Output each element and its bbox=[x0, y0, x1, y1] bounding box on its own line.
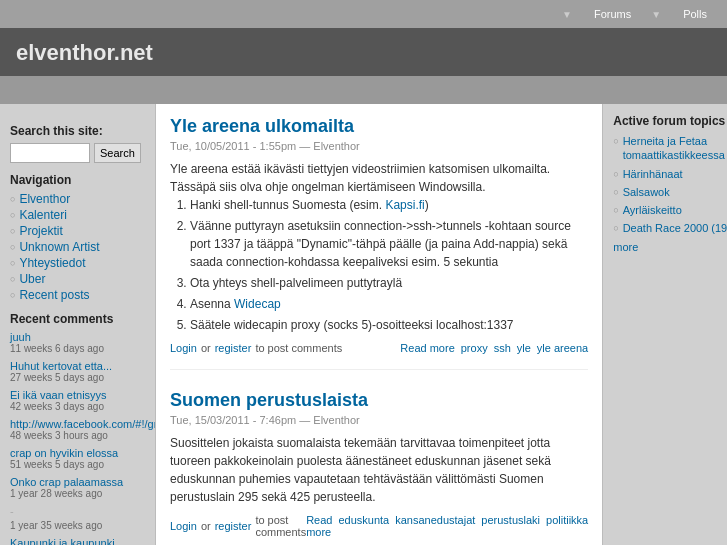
comment-author-link[interactable]: Huhut kertovat etta... bbox=[10, 360, 145, 372]
comment-author-link[interactable]: http://www.facebook.com/#!/gr bbox=[10, 418, 145, 430]
forum-topic-item: ○Death Race 2000 (1975) bbox=[613, 221, 727, 235]
forum-topic-item: ○Härinhänaat bbox=[613, 167, 727, 181]
site-header: elventhor.net bbox=[0, 28, 727, 76]
article-step-link[interactable]: Widecap bbox=[234, 297, 281, 311]
comment-item: http://www.facebook.com/#!/gr48 weeks 3 … bbox=[10, 418, 145, 441]
topbar: ▼ Forums ▼ Polls bbox=[0, 0, 727, 28]
forum-topic-item: ○Salsawok bbox=[613, 185, 727, 199]
nav-bullet: ○ bbox=[10, 242, 15, 252]
article-post-text: to post comments bbox=[255, 514, 306, 538]
nav-item: ○Projektit bbox=[10, 224, 145, 238]
comment-author-link[interactable]: juuh bbox=[10, 331, 145, 343]
article-readmore-link[interactable]: Read more bbox=[400, 342, 454, 354]
article-footer-right: Read moreeduskuntakansanedustajatperustu… bbox=[306, 514, 588, 538]
article-tag-link[interactable]: yle bbox=[517, 342, 531, 354]
article-step: Ota yhteys shell-palvelimeen puttytraylä bbox=[190, 274, 588, 292]
article-body: Yle areena estää ikävästi tiettyjen vide… bbox=[170, 160, 588, 334]
search-input[interactable] bbox=[10, 143, 90, 163]
article-title: Yle areena ulkomailta bbox=[170, 116, 588, 137]
comment-dash: - bbox=[10, 505, 145, 517]
comment-item: crap on hyvikin elossa51 weeks 5 days ag… bbox=[10, 447, 145, 470]
comment-item: juuh11 weeks 6 days ago bbox=[10, 331, 145, 354]
article-meta: Tue, 15/03/2011 - 7:46pm — Elventhor bbox=[170, 414, 588, 426]
nav-item: ○Recent posts bbox=[10, 288, 145, 302]
forum-topic-link[interactable]: Death Race 2000 (1975) bbox=[623, 221, 727, 235]
article-step: Asenna Widecap bbox=[190, 295, 588, 313]
forum-topic-link[interactable]: Härinhänaat bbox=[623, 167, 683, 181]
nav-link[interactable]: Recent posts bbox=[19, 288, 89, 302]
main-content: Yle areena ulkomailtaTue, 10/05/2011 - 1… bbox=[155, 104, 603, 545]
comment-author-link[interactable]: Kaupunki ja kaupunki bbox=[10, 537, 145, 545]
topbar-arrow-polls: ▼ bbox=[651, 9, 661, 20]
forum-topic-bullet: ○ bbox=[613, 169, 618, 179]
search-form: Search bbox=[10, 143, 145, 163]
nav-link[interactable]: Unknown Artist bbox=[19, 240, 99, 254]
comment-time: 1 year 28 weeks ago bbox=[10, 488, 145, 499]
article-footer: Login or register to post commentsRead m… bbox=[170, 514, 588, 538]
article-title-link[interactable]: Suomen perustuslaista bbox=[170, 390, 368, 410]
article-steps: Hanki shell-tunnus Suomesta (esim. Kapsi… bbox=[190, 196, 588, 334]
forum-more-link[interactable]: more bbox=[613, 241, 727, 253]
article-step: Hanki shell-tunnus Suomesta (esim. Kapsi… bbox=[190, 196, 588, 214]
topbar-forums-link[interactable]: Forums bbox=[594, 8, 631, 20]
article-tag-link[interactable]: ssh bbox=[494, 342, 511, 354]
article-title: Suomen perustuslaista bbox=[170, 390, 588, 411]
nav-section-label: Navigation bbox=[10, 173, 145, 187]
forum-topics-list: ○Herneita ja Fetaa tomaattikastikkeessa○… bbox=[613, 134, 727, 236]
article-step-link[interactable]: Kapsi.fi bbox=[385, 198, 424, 212]
topbar-arrow-forums: ▼ bbox=[562, 9, 572, 20]
comment-author-link[interactable]: Onko crap palaamassa bbox=[10, 476, 145, 488]
comment-item: Kaupunki ja kaupunki1 year 40 weeks ago bbox=[10, 537, 145, 545]
article-or-text: or bbox=[201, 520, 211, 532]
article-tag-link[interactable]: perustuslaki bbox=[481, 514, 540, 538]
nav-link[interactable]: Kalenteri bbox=[19, 208, 66, 222]
comment-time: 48 weeks 3 hours ago bbox=[10, 430, 145, 441]
comment-time: 42 weeks 3 days ago bbox=[10, 401, 145, 412]
article-login-link[interactable]: Login bbox=[170, 342, 197, 354]
article-footer-left: Login or register to post comments bbox=[170, 514, 306, 538]
article-tag-link[interactable]: yle areena bbox=[537, 342, 588, 354]
article: Suomen perustuslaistaTue, 15/03/2011 - 7… bbox=[170, 390, 588, 545]
article-login-link[interactable]: Login bbox=[170, 520, 197, 532]
nav-link[interactable]: Yhteystiedot bbox=[19, 256, 85, 270]
comment-item: Ei ikä vaan etnisyys42 weeks 3 days ago bbox=[10, 389, 145, 412]
nav-link[interactable]: Uber bbox=[19, 272, 45, 286]
nav-link[interactable]: Projektit bbox=[19, 224, 62, 238]
article-register-link[interactable]: register bbox=[215, 342, 252, 354]
article-step: Väänne puttyrayn asetuksiin connection->… bbox=[190, 217, 588, 271]
site-title: elventhor.net bbox=[16, 40, 153, 65]
nav-item: ○Unknown Artist bbox=[10, 240, 145, 254]
nav-link[interactable]: Elventhor bbox=[19, 192, 70, 206]
article-readmore-link[interactable]: Read more bbox=[306, 514, 332, 538]
comment-time: 27 weeks 5 days ago bbox=[10, 372, 145, 383]
article-tag-link[interactable]: kansanedustajat bbox=[395, 514, 475, 538]
article-or-text: or bbox=[201, 342, 211, 354]
article-step: Säätele widecapin proxy (socks 5)-osoitt… bbox=[190, 316, 588, 334]
article-tag-link[interactable]: politiikka bbox=[546, 514, 588, 538]
search-button[interactable]: Search bbox=[94, 143, 141, 163]
left-sidebar: Search this site: Search Navigation ○Elv… bbox=[0, 104, 155, 545]
comments-list: juuh11 weeks 6 days agoHuhut kertovat et… bbox=[10, 331, 145, 545]
article-tag-link[interactable]: proxy bbox=[461, 342, 488, 354]
forum-topics-title: Active forum topics bbox=[613, 114, 727, 128]
comments-section-label: Recent comments bbox=[10, 312, 145, 326]
forum-topic-bullet: ○ bbox=[613, 223, 618, 233]
comment-author-link[interactable]: crap on hyvikin elossa bbox=[10, 447, 145, 459]
article-register-link[interactable]: register bbox=[215, 520, 252, 532]
topbar-polls-link[interactable]: Polls bbox=[683, 8, 707, 20]
forum-topic-link[interactable]: Ayrläiskeitto bbox=[623, 203, 682, 217]
nav-bullet: ○ bbox=[10, 258, 15, 268]
comment-time: 51 weeks 5 days ago bbox=[10, 459, 145, 470]
nav-item: ○Uber bbox=[10, 272, 145, 286]
forum-topic-link[interactable]: Herneita ja Fetaa tomaattikastikkeessa bbox=[623, 134, 727, 163]
article-body: Suosittelen jokaista suomalaista tekemää… bbox=[170, 434, 588, 506]
comment-author-link[interactable]: Ei ikä vaan etnisyys bbox=[10, 389, 145, 401]
forum-topic-item: ○Ayrläiskeitto bbox=[613, 203, 727, 217]
nav-bullet: ○ bbox=[10, 290, 15, 300]
article-title-link[interactable]: Yle areena ulkomailta bbox=[170, 116, 354, 136]
forum-topic-link[interactable]: Salsawok bbox=[623, 185, 670, 199]
nav-bullet: ○ bbox=[10, 210, 15, 220]
nav-item: ○Kalenteri bbox=[10, 208, 145, 222]
article-paragraph: Yle areena estää ikävästi tiettyjen vide… bbox=[170, 160, 588, 196]
article-tag-link[interactable]: eduskunta bbox=[338, 514, 389, 538]
